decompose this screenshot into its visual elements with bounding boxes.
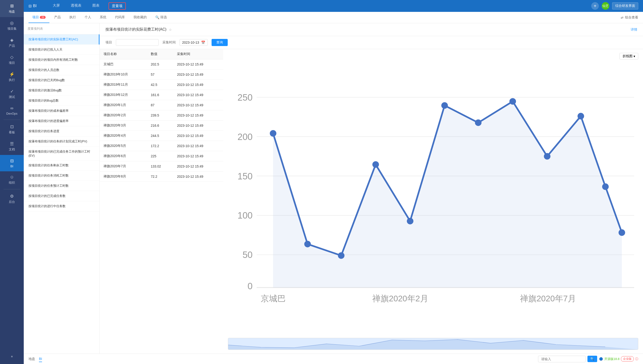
cell-time: 2023-10-12 15:49 [173,131,223,141]
table-row: 禅旗2020年5月 172.2 2023-10-12 15:49 [100,141,223,151]
metrics-list-item-2[interactable]: 按项目统计的项目内所有消耗工时数 [24,55,100,65]
content-area: 度量项列表 按瀑布项目统计的实际花费工时(AC)按项目统计的已投入人天按项目统计… [24,23,643,354]
tab-execution[interactable]: 执行 [66,12,80,23]
metrics-list-item-13[interactable]: 按项目统计的任务消耗工时数 [24,170,100,181]
sidebar-item-bi[interactable]: ⊟ BI [0,155,24,171]
enterprise-label: 企业版 [621,356,634,362]
metrics-list-item-14[interactable]: 按项目统计的任务预计工时数 [24,181,100,191]
main-area: ⊟ BI 大屏 透视表 图表 度量项 + 仙芝 综合研发界面 项目 39 产品 [24,0,643,364]
svg-point-26 [602,184,609,190]
test-icon: ✓ [10,89,14,94]
bottom-nav-dashboard[interactable]: 地盘 [29,356,35,362]
bottom-search-button[interactable]: 🔍 [587,356,597,362]
bottom-search-input[interactable] [538,356,585,362]
middle-content: 度量项列表 按瀑布项目统计的实际花费工时(AC)按项目统计的已投入人天按项目统计… [24,23,643,354]
mini-chart-svg [228,338,638,350]
metrics-list-item-11[interactable]: 按瀑布项目统计的已完成任务工作的预计工时(EV) [24,147,100,160]
sidebar: ⊞ 地盘 ◎ 项目集 ◈ 产品 ◇ 项目 ⚡ 执行 ✓ 测试 ∞ DevOps … [0,0,24,364]
cell-value: 42.5 [147,80,173,90]
sidebar-menu-button[interactable]: ≡ [10,352,14,362]
project-icon: ◇ [10,54,14,60]
metrics-list-item-16[interactable]: 按项目统计的进行中任务数 [24,201,100,212]
tab-product[interactable]: 产品 [50,12,65,23]
cell-time: 2023-10-12 15:49 [173,161,223,172]
metrics-list-item-6[interactable]: 按项目统计的Bug总数 [24,96,100,106]
project-filter-label: 项目 [106,40,112,44]
svg-point-20 [407,218,413,224]
version-info: 🔵 开源版18.8 企业版 ⓘ [599,356,638,362]
chart-controls: 折线图 ▾ [228,53,638,60]
cell-time: 2023-10-12 15:49 [173,110,223,120]
metrics-list-item-10[interactable]: 按瀑布项目统计的任务的计划完成工时(PV) [24,136,100,147]
project-filter-input[interactable] [116,39,159,46]
sidebar-item-org[interactable]: ☺ 组织 [0,171,24,188]
chart-type-selector[interactable]: 折线图 ▾ [619,53,638,60]
sidebar-item-project-set[interactable]: ◎ 项目集 [0,17,24,34]
bottom-nav-bi[interactable]: BI [39,356,42,362]
sidebar-item-backend[interactable]: ⚙ 后台 [0,190,24,208]
star-icon[interactable]: ☆ [169,28,172,32]
tab-project[interactable]: 项目 39 [29,12,49,23]
cell-time: 2023-10-12 15:49 [173,151,223,161]
sidebar-item-board[interactable]: ⊡ 看板 [0,121,24,138]
nav-pivot[interactable]: 透视表 [69,2,83,10]
tab-bar: 项目 39 产品 执行 个人 系统 代码库 我收藏的 🔍 筛选 ⇄ 组合查看 [24,12,643,23]
cell-value: 161.6 [147,90,173,100]
cell-value: 172.2 [147,141,173,151]
menu-icon: ≡ [11,355,13,358]
cell-value: 216.6 [147,120,173,131]
metrics-list-item-3[interactable]: 按项目统计的人员总数 [24,65,100,75]
date-filter-label: 采集时间 [162,40,176,44]
date-picker[interactable]: 2023-10-13 📅 [180,39,208,46]
table-row: 禅旗2020年1月 87 2023-10-12 15:49 [100,100,223,110]
mini-chart[interactable] [228,338,638,350]
combine-icon: ⇄ [621,16,623,20]
tab-favorites[interactable]: 我收藏的 [130,12,151,23]
svg-text:京城巴: 京城巴 [261,294,286,303]
svg-point-18 [338,252,345,259]
add-icon: + [594,3,596,9]
metrics-list-item-7[interactable]: 按瀑布项目统计的成本偏差率 [24,106,100,116]
top-header: ⊟ BI 大屏 透视表 图表 度量项 + 仙芝 综合研发界面 [24,0,643,12]
nav-bigscreen[interactable]: 大屏 [51,2,62,10]
tab-coderepo[interactable]: 代码库 [111,12,129,23]
metrics-list-item-5[interactable]: 按项目统计的激活Bug数 [24,86,100,96]
metrics-list-item-1[interactable]: 按项目统计的已投入人天 [24,44,100,55]
tab-system[interactable]: 系统 [96,12,110,23]
cell-value: 87 [147,100,173,110]
line-chart-svg: 250 200 150 100 50 0 [228,62,638,336]
query-button[interactable]: 查询 [212,39,228,46]
metrics-list-item-4[interactable]: 按项目统计的已关闭Bug数 [24,75,100,86]
sidebar-item-docs[interactable]: ☰ 文档 [0,138,24,155]
sidebar-item-devops[interactable]: ∞ DevOps [0,102,24,119]
metrics-list-item-15[interactable]: 按项目统计的已完成任务数 [24,191,100,201]
workspace-button[interactable]: 综合研发界面 [612,2,638,10]
sidebar-item-test[interactable]: ✓ 测试 [0,86,24,102]
metrics-list-item-0[interactable]: 按瀑布项目统计的实际花费工时(AC) [24,34,100,44]
user-avatar[interactable]: 仙芝 [602,2,609,10]
cell-value: 133.02 [147,161,173,172]
sidebar-item-execution[interactable]: ⚡ 执行 [0,68,24,86]
nav-chart[interactable]: 图表 [91,2,101,10]
svg-point-19 [372,161,379,168]
product-icon: ◈ [10,38,14,43]
detail-header: 按瀑布项目统计的实际花费工时(AC) ☆ 详情 [100,23,643,36]
docs-icon: ☰ [10,141,14,146]
line-chart-container: 250 200 150 100 50 0 [228,62,638,336]
svg-point-23 [509,98,516,105]
tab-combine-view[interactable]: ⇄ 组合查看 [621,16,638,20]
sidebar-item-product[interactable]: ◈ 产品 [0,34,24,51]
col-name: 项目名称 [100,49,147,59]
add-button[interactable]: + [591,2,599,10]
tab-filter[interactable]: 🔍 筛选 [152,12,171,23]
tab-personal[interactable]: 个人 [81,12,95,23]
sidebar-item-project[interactable]: ◇ 项目 [0,51,24,68]
metrics-list-item-12[interactable]: 按项目统计的任务剩余工时数 [24,160,100,170]
metrics-list-item-9[interactable]: 按项目统计的任务进度 [24,126,100,136]
detail-link[interactable]: 详情 [631,28,637,32]
cell-name: 禅旗2019年11月 [100,80,147,90]
sidebar-item-dashboard[interactable]: ⊞ 地盘 [0,0,24,17]
metrics-list-item-8[interactable]: 按瀑布项目统计的进度偏差率 [24,116,100,126]
nav-metrics[interactable]: 度量项 [109,2,126,10]
table-row: 禅旗2020年2月 239.5 2023-10-12 15:49 [100,110,223,120]
